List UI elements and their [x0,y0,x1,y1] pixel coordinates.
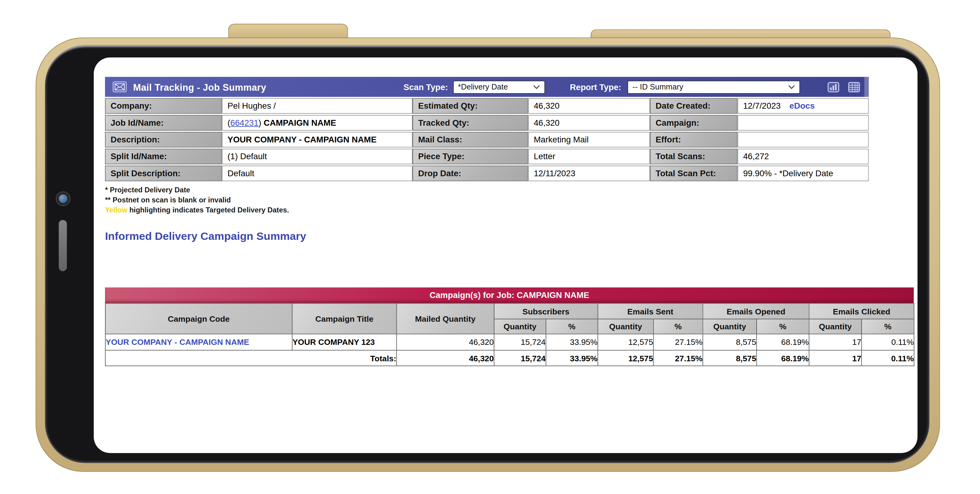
mail-class-label: Mail Class: [412,132,528,147]
totals-opened-qty: 8,575 [703,350,757,366]
sub-percent: % [653,319,703,334]
total-scans-label: Total Scans: [650,149,737,164]
split-description-label: Split Description: [105,165,222,181]
group-emails-clicked: Emails Clicked [809,303,914,319]
sub-quantity: Quantity [703,319,757,334]
split-id-value: (1) Default [222,149,412,164]
table-row: Description: YOUR COMPANY - CAMPAIGN NAM… [105,132,869,147]
totals-clicked-qty: 17 [809,350,862,366]
piece-type-label: Piece Type: [412,149,528,164]
totals-label: Totals: [105,350,397,366]
total-scan-pct-value: 99.90% - *Delivery Date [737,165,869,181]
section-title: Informed Delivery Campaign Summary [105,230,914,243]
report-type-selected-value: -- ID Summary [633,83,684,91]
campaign-label: Campaign: [650,115,737,130]
phone-mockup: Mail Tracking - Job Summary Scan Type: *… [0,0,980,494]
scan-type-select[interactable]: *Delivery Date [453,80,545,94]
sent-qty-cell: 12,575 [598,334,654,350]
sub-quantity: Quantity [598,319,654,334]
group-subscribers: Subscribers [494,303,598,319]
company-value: Pel Hughes / [222,98,412,114]
scan-type-selected-value: *Delivery Date [458,83,508,91]
campaign-banner: Campaign(s) for Job: CAMPAIGN NAME [105,288,914,303]
mail-class-value: Marketing Mail [528,132,650,147]
yellow-rest: highlighting indicates Targeted Delivery… [127,206,289,214]
campaign-title-cell: YOUR COMPANY 123 [292,334,397,350]
speaker-grille [59,220,67,271]
estimated-qty-label: Estimated Qty: [412,98,528,114]
scan-type-label: Scan Type: [404,82,448,92]
table-row: Split Id/Name: (1) Default Piece Type: L… [105,149,869,164]
app-header-bar: Mail Tracking - Job Summary Scan Type: *… [105,77,869,97]
tracked-qty-value: 46,320 [528,115,650,130]
opened-pct-cell: 68.19% [757,334,809,350]
description-label: Description: [105,132,222,147]
job-id-paren: ( [228,118,230,127]
tracked-qty-label: Tracked Qty: [412,115,528,130]
chevron-down-icon [533,85,540,89]
date-created-date: 12/7/2023 [743,102,781,111]
sub-percent: % [757,319,809,334]
clicked-pct-cell: 0.11% [862,334,914,350]
split-id-label: Split Id/Name: [105,149,222,164]
opened-qty-cell: 8,575 [703,334,757,350]
date-created-label: Date Created: [650,98,737,114]
job-id-link[interactable]: 664231 [231,118,259,127]
clicked-qty-cell: 17 [809,334,862,350]
total-scans-value: 46,272 [737,149,869,164]
sub-percent: % [862,319,914,334]
table-header-row: Campaign Code Campaign Title Mailed Quan… [105,303,914,319]
yellow-word: Yellow [105,206,127,214]
table-row: Split Description: Default Drop Date: 12… [105,165,869,181]
mailed-qty-cell: 46,320 [397,334,494,350]
campaign-code-link[interactable]: YOUR COMPANY - CAMPAIGN NAME [105,334,292,350]
col-campaign-code: Campaign Code [105,303,292,334]
chevron-down-icon [788,85,795,89]
subscribers-pct-cell: 33.95% [546,334,598,350]
totals-sent-qty: 12,575 [598,350,654,366]
drop-date-value: 12/11/2023 [528,165,650,181]
footnote-yellow: Yellow highlighting indicates Targeted D… [105,205,914,215]
footnotes: * Projected Delivery Date ** Postnet on … [105,185,914,215]
job-id-value: (664231) CAMPAIGN NAME [222,115,412,130]
bar-chart-icon[interactable] [827,81,839,92]
group-emails-sent: Emails Sent [598,303,703,319]
table-row: Company: Pel Hughes / Estimated Qty: 46,… [105,98,869,114]
totals-opened-pct: 68.19% [757,350,809,366]
job-summary-table: Company: Pel Hughes / Estimated Qty: 46,… [105,97,869,182]
piece-type-value: Letter [528,149,650,164]
col-mailed-quantity: Mailed Quantity [397,303,494,334]
description-value: YOUR COMPANY - CAMPAIGN NAME [222,132,412,147]
sub-quantity: Quantity [494,319,546,334]
job-id-paren-close: ) [258,118,261,127]
camera-lens [59,194,68,203]
edocs-link[interactable]: eDocs [789,102,815,111]
totals-subscribers-pct: 33.95% [546,350,598,366]
report-type-select[interactable]: -- ID Summary [627,80,800,94]
envelope-icon [113,81,127,92]
totals-sent-pct: 27.15% [653,350,703,366]
job-name: CAMPAIGN NAME [264,118,336,127]
sub-quantity: Quantity [809,319,862,334]
table-grid-icon[interactable] [848,81,860,92]
job-id-label: Job Id/Name: [105,115,222,130]
sent-pct-cell: 27.15% [653,334,703,350]
campaign-data-row: YOUR COMPANY - CAMPAIGN NAME YOUR COMPAN… [105,334,914,350]
effort-label: Effort: [650,132,737,147]
report-type-label: Report Type: [570,82,621,92]
drop-date-label: Drop Date: [412,165,528,181]
header-controls: Scan Type: *Delivery Date Report Type: -… [404,80,860,94]
phone-screen: Mail Tracking - Job Summary Scan Type: *… [94,57,918,453]
group-emails-opened: Emails Opened [703,303,809,319]
estimated-qty-value: 46,320 [528,98,650,114]
company-label: Company: [105,98,222,114]
totals-row: Totals: 46,320 15,724 33.95% 12,575 27.1… [105,350,914,366]
campaign-summary: Campaign(s) for Job: CAMPAIGN NAME Campa… [105,288,914,366]
effort-value [737,132,869,147]
date-created-value: 12/7/2023eDocs [737,98,869,114]
totals-clicked-pct: 0.11% [862,350,914,366]
footnote-projected: * Projected Delivery Date [105,185,914,195]
subscribers-qty-cell: 15,724 [494,334,546,350]
split-description-value: Default [222,165,412,181]
sub-percent: % [546,319,598,334]
